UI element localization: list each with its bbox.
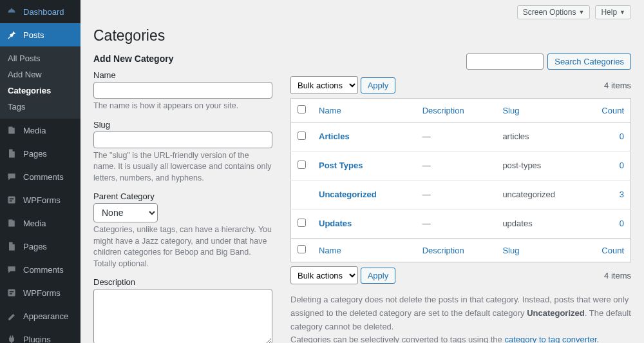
sidebar-item-label: WPForms bbox=[23, 195, 61, 205]
search-input[interactable] bbox=[466, 54, 544, 70]
appearance-icon bbox=[5, 309, 18, 322]
category-count-link[interactable]: 0 bbox=[620, 161, 624, 170]
form-icon bbox=[5, 193, 18, 206]
submenu-item-categories[interactable]: Categories bbox=[0, 83, 80, 99]
category-count-link[interactable]: 0 bbox=[620, 219, 624, 228]
sidebar-item-wpforms[interactable]: WPForms bbox=[0, 188, 80, 211]
svg-rect-0 bbox=[8, 196, 15, 203]
category-count-link[interactable]: 0 bbox=[620, 132, 624, 141]
slug-label: Slug bbox=[93, 120, 272, 130]
sidebar-item-label: Comments bbox=[23, 172, 64, 182]
items-count-top: 4 items bbox=[604, 81, 631, 90]
media-icon bbox=[5, 124, 18, 137]
screen-options-button[interactable]: Screen Options ▼ bbox=[517, 5, 591, 19]
col-name-foot[interactable]: Name bbox=[312, 239, 416, 262]
category-name-link[interactable]: Post Types bbox=[319, 161, 363, 170]
col-slug-foot[interactable]: Slug bbox=[496, 239, 592, 262]
caret-down-icon: ▼ bbox=[578, 9, 584, 15]
sidebar-item-label: Pages bbox=[23, 242, 47, 251]
sidebar-item-label: Dashboard bbox=[23, 7, 64, 17]
name-input[interactable] bbox=[93, 82, 272, 99]
apply-button-top[interactable]: Apply bbox=[361, 77, 396, 93]
sidebar-item-plugins[interactable]: Plugins bbox=[0, 328, 80, 343]
search-categories-button[interactable]: Search Categories bbox=[547, 54, 631, 70]
submenu-item-tags[interactable]: Tags bbox=[0, 99, 80, 115]
col-count[interactable]: Count bbox=[592, 99, 631, 122]
plugin-icon bbox=[5, 333, 18, 343]
items-count-bottom: 4 items bbox=[604, 271, 631, 280]
category-description: — bbox=[416, 181, 497, 210]
sidebar-item-label: Appearance bbox=[23, 311, 68, 321]
sidebar-item-label: WPForms bbox=[23, 288, 61, 298]
table-row: Articles—articles0 bbox=[291, 122, 631, 152]
apply-button-bottom[interactable]: Apply bbox=[361, 268, 396, 284]
category-description: — bbox=[416, 210, 497, 239]
category-name-link[interactable]: Updates bbox=[319, 219, 352, 228]
svg-rect-1 bbox=[8, 289, 15, 296]
row-checkbox[interactable] bbox=[298, 161, 306, 169]
dashboard-icon bbox=[5, 5, 18, 18]
sidebar-item-comments[interactable]: Comments bbox=[0, 258, 80, 281]
col-description[interactable]: Description bbox=[416, 99, 497, 122]
sidebar-item-label: Plugins bbox=[23, 335, 51, 344]
slug-desc: The "slug" is the URL-friendly version o… bbox=[93, 150, 272, 184]
comment-icon bbox=[5, 263, 18, 276]
category-slug: updates bbox=[496, 210, 592, 239]
col-count-foot[interactable]: Count bbox=[592, 239, 631, 262]
main-content: Screen Options ▼ Help ▼ Categories Add N… bbox=[80, 0, 644, 343]
sidebar-item-media[interactable]: Media bbox=[0, 119, 80, 142]
sidebar-item-dashboard[interactable]: Dashboard bbox=[0, 0, 80, 23]
form-icon bbox=[5, 286, 18, 299]
category-slug: uncategorized bbox=[496, 181, 592, 210]
category-slug: post-types bbox=[496, 152, 592, 181]
category-count-link[interactable]: 3 bbox=[620, 190, 624, 199]
sidebar-item-media[interactable]: Media bbox=[0, 211, 80, 235]
sidebar-item-label: Comments bbox=[23, 265, 64, 275]
table-row: Updates—updates0 bbox=[291, 210, 631, 239]
categories-table: Name Description Slug Count Articles—art… bbox=[290, 98, 631, 262]
caret-down-icon: ▼ bbox=[620, 9, 625, 15]
description-textarea[interactable] bbox=[93, 289, 272, 343]
page-icon bbox=[5, 147, 18, 160]
name-label: Name bbox=[93, 70, 272, 80]
pin-icon bbox=[5, 28, 18, 41]
row-checkbox[interactable] bbox=[298, 219, 306, 227]
category-name-link[interactable]: Articles bbox=[319, 132, 350, 141]
page-icon bbox=[5, 240, 18, 253]
comment-icon bbox=[5, 170, 18, 183]
table-row: Uncategorized—uncategorized3 bbox=[291, 181, 631, 210]
submenu-item-add-new[interactable]: Add New bbox=[0, 66, 80, 83]
sidebar-item-posts[interactable]: Posts bbox=[0, 23, 80, 46]
col-name[interactable]: Name bbox=[312, 99, 416, 122]
submenu-item-all-posts[interactable]: All Posts bbox=[0, 50, 80, 66]
help-button[interactable]: Help ▼ bbox=[595, 5, 631, 19]
select-all-top[interactable] bbox=[298, 105, 306, 113]
bulk-actions-select-top[interactable]: Bulk actions bbox=[290, 76, 358, 94]
sidebar-item-wpforms[interactable]: WPForms bbox=[0, 281, 80, 304]
parent-select[interactable]: None bbox=[93, 203, 158, 222]
slug-input[interactable] bbox=[93, 132, 272, 148]
col-description-foot[interactable]: Description bbox=[416, 239, 497, 262]
description-label: Description bbox=[93, 277, 272, 287]
sidebar-item-label: Posts bbox=[23, 30, 44, 40]
sidebar-item-comments[interactable]: Comments bbox=[0, 165, 80, 188]
sidebar-item-appearance[interactable]: Appearance bbox=[0, 304, 80, 328]
sidebar-item-label: Media bbox=[23, 126, 46, 135]
row-checkbox[interactable] bbox=[298, 132, 306, 140]
parent-desc: Categories, unlike tags, can have a hier… bbox=[93, 224, 272, 270]
table-row: Post Types—post-types0 bbox=[291, 152, 631, 181]
select-all-bottom[interactable] bbox=[298, 245, 306, 253]
sidebar-item-label: Pages bbox=[23, 149, 47, 159]
category-description: — bbox=[416, 122, 497, 152]
col-slug[interactable]: Slug bbox=[496, 99, 592, 122]
sidebar-item-pages[interactable]: Pages bbox=[0, 235, 80, 258]
bulk-actions-select-bottom[interactable]: Bulk actions bbox=[290, 266, 358, 284]
media-icon bbox=[5, 217, 18, 230]
posts-submenu: All PostsAdd NewCategoriesTags bbox=[0, 46, 80, 119]
convert-link[interactable]: category to tag converter bbox=[504, 335, 596, 343]
category-description: — bbox=[416, 152, 497, 181]
footer-note: Deleting a category does not delete the … bbox=[290, 293, 631, 343]
name-desc: The name is how it appears on your site. bbox=[93, 101, 272, 112]
sidebar-item-pages[interactable]: Pages bbox=[0, 142, 80, 165]
category-name-link[interactable]: Uncategorized bbox=[319, 190, 377, 199]
